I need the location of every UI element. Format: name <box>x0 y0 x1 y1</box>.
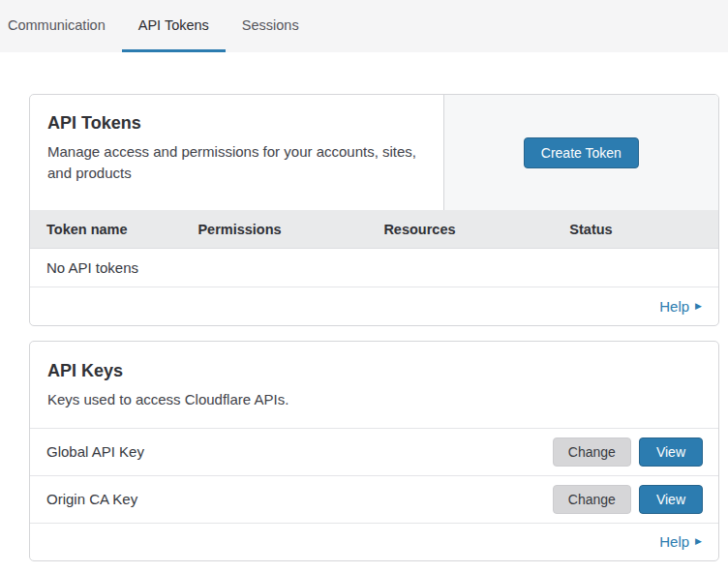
column-header-resources: Resources <box>367 222 553 237</box>
column-header-token-name: Token name <box>30 222 181 237</box>
api-keys-card: API Keys Keys used to access Cloudflare … <box>29 341 719 561</box>
api-tokens-help-link[interactable]: Help ▶ <box>659 298 702 315</box>
column-header-permissions: Permissions <box>181 222 367 237</box>
api-tokens-title: API Tokens <box>47 113 426 134</box>
help-link-label: Help <box>659 533 689 550</box>
api-keys-card-footer: Help ▶ <box>30 523 718 560</box>
token-table-empty-row: No API tokens <box>30 249 718 287</box>
help-arrow-icon: ▶ <box>695 302 702 311</box>
help-link-label: Help <box>659 298 689 315</box>
origin-ca-key-view-button[interactable]: View <box>639 485 703 514</box>
api-tokens-card-header: API Tokens Manage access and permissions… <box>30 95 718 210</box>
key-actions: Change View <box>553 485 703 514</box>
global-api-key-view-button[interactable]: View <box>639 437 703 467</box>
tab-sessions[interactable]: Sessions <box>226 0 316 52</box>
api-keys-title: API Keys <box>47 361 701 381</box>
key-actions: Change View <box>553 437 703 467</box>
help-arrow-icon: ▶ <box>695 537 702 546</box>
api-tokens-card-footer: Help ▶ <box>30 287 718 325</box>
api-keys-help-link[interactable]: Help ▶ <box>659 533 702 550</box>
empty-state-message: No API tokens <box>46 259 138 276</box>
api-keys-card-header: API Keys Keys used to access Cloudflare … <box>30 342 718 428</box>
key-row-origin-ca-key: Origin CA Key Change View <box>30 475 718 523</box>
key-row-global-api-key: Global API Key Change View <box>30 428 718 475</box>
api-tokens-card: API Tokens Manage access and permissions… <box>29 94 719 326</box>
api-keys-description: Keys used to access Cloudflare APIs. <box>47 389 701 410</box>
api-tokens-description: Manage access and permissions for your a… <box>47 141 426 184</box>
tab-communication[interactable]: Communication <box>0 0 122 52</box>
key-label: Origin CA Key <box>46 491 553 507</box>
tab-api-tokens[interactable]: API Tokens <box>122 0 226 52</box>
column-header-status: Status <box>553 222 718 237</box>
key-label: Global API Key <box>46 443 553 460</box>
create-token-button[interactable]: Create Token <box>524 137 639 168</box>
settings-tab-bar: Communication API Tokens Sessions <box>0 0 728 52</box>
global-api-key-change-button[interactable]: Change <box>553 437 631 467</box>
origin-ca-key-change-button[interactable]: Change <box>553 485 631 514</box>
token-table-header: Token name Permissions Resources Status <box>30 210 718 249</box>
main-content: API Tokens Manage access and permissions… <box>0 52 728 561</box>
api-tokens-header-action: Create Token <box>443 95 718 210</box>
api-tokens-header-text: API Tokens Manage access and permissions… <box>30 95 443 210</box>
